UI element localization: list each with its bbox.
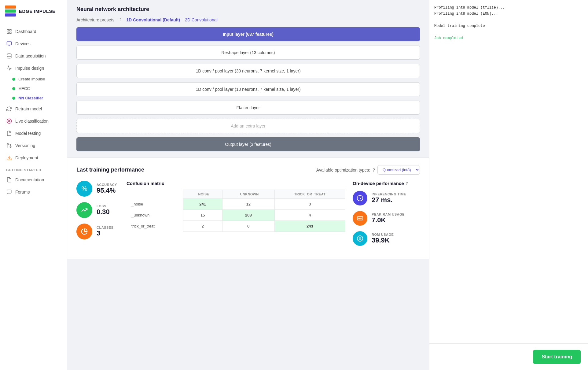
rom-usage-label: ROM USAGE <box>372 233 394 236</box>
sidebar-item-devices[interactable]: Devices <box>0 38 67 50</box>
preset-2d-link[interactable]: 2D Convolutional <box>185 17 218 22</box>
optimization-help-icon[interactable]: ? <box>373 168 375 172</box>
peak-ram-value: 7.0K <box>372 216 405 224</box>
sidebar-item-dashboard[interactable]: Dashboard <box>0 25 67 38</box>
architecture-title: Neural network architecture <box>76 6 420 13</box>
rom-usage-value: 39.9K <box>372 236 394 244</box>
sidebar-item-retrain-model[interactable]: Retrain model <box>0 103 67 115</box>
performance-grid: % ACCURACY 95.4% LOSS <box>76 181 420 251</box>
metric-classes: CLASSES 3 <box>76 224 119 239</box>
confusion-trick-unknown: 0 <box>222 221 274 232</box>
metric-loss: LOSS 0.30 <box>76 202 119 218</box>
training-action-area: Start training <box>429 344 588 370</box>
confusion-col-trick: TRICK_OR_TREAT <box>274 190 345 199</box>
sidebar-sub-item-create-impulse[interactable]: Create impulse <box>0 74 67 84</box>
mfcc-dot <box>12 87 15 90</box>
retrain-model-icon <box>6 106 12 112</box>
confusion-noise-trick: 0 <box>274 199 345 210</box>
metric-accuracy: % ACCURACY 95.4% <box>76 181 119 197</box>
confusion-trick-trick: 243 <box>274 221 345 232</box>
accuracy-label: ACCURACY <box>97 183 117 187</box>
svg-rect-5 <box>7 32 9 34</box>
confusion-noise-noise: 241 <box>183 199 222 210</box>
sidebar-item-live-classification[interactable]: Live classification <box>0 115 67 127</box>
optimization-select[interactable]: Quantized (int8) <box>377 165 420 175</box>
sidebar-item-data-acquisition[interactable]: Data acquisition <box>0 50 67 62</box>
classes-label: CLASSES <box>97 226 113 229</box>
architecture-presets: Architecture presets ? 1D Convolutional … <box>76 17 420 22</box>
confusion-row-noise: _noise 241 12 0 <box>127 199 345 210</box>
extra-layer-button[interactable]: Add an extra layer <box>76 119 420 133</box>
forums-icon <box>6 189 12 195</box>
inferencing-time-value: 27 ms. <box>372 196 406 204</box>
on-device-title-text: On-device performance <box>353 181 404 186</box>
classes-value: 3 <box>97 229 113 237</box>
sidebar-label-live-classification: Live classification <box>15 119 49 124</box>
confusion-matrix-table: _NOISE _UNKNOWN TRICK_OR_TREAT _noise 24… <box>127 190 345 232</box>
log-line-5 <box>434 29 583 35</box>
confusion-row-trick: trick_or_treat 2 0 243 <box>127 221 345 232</box>
confusion-row-unknown-label: _unknown <box>127 210 183 221</box>
conv1d-layer-2[interactable]: 1D conv / pool layer (10 neurons, 7 kern… <box>76 82 420 96</box>
reshape-layer[interactable]: Reshape layer (13 columns) <box>76 46 420 60</box>
inferencing-time-icon <box>353 191 367 205</box>
classes-info: CLASSES 3 <box>97 226 113 237</box>
create-impulse-dot <box>12 78 15 81</box>
sidebar-item-documentation[interactable]: Documentation <box>0 174 67 186</box>
classes-icon <box>76 224 92 239</box>
deployment-icon <box>6 155 12 161</box>
confusion-unknown-trick: 4 <box>274 210 345 221</box>
start-training-button[interactable]: Start training <box>533 350 581 364</box>
performance-header: Last training performance Available opti… <box>76 165 420 175</box>
sidebar-label-dashboard: Dashboard <box>15 29 36 34</box>
log-line-2: Profiling int8 model (EON)... <box>434 11 583 17</box>
accuracy-info: ACCURACY 95.4% <box>97 183 117 194</box>
rom-usage-icon <box>353 231 367 246</box>
sidebar-sub-item-nn-classifier[interactable]: NN Classifier <box>0 93 67 103</box>
svg-point-14 <box>7 143 9 145</box>
peak-ram-info: PEAK RAM USAGE 7.0K <box>372 213 405 224</box>
architecture-section: Neural network architecture Architecture… <box>76 6 420 151</box>
svg-point-13 <box>10 146 11 148</box>
sidebar-label-model-testing: Model testing <box>15 131 41 136</box>
svg-rect-3 <box>7 29 9 31</box>
sidebar-label-devices: Devices <box>15 41 31 46</box>
versioning-icon <box>6 142 12 149</box>
confusion-noise-unknown: 12 <box>222 199 274 210</box>
svg-rect-1 <box>5 9 16 13</box>
edge-impulse-logo-icon <box>5 6 16 17</box>
svg-rect-0 <box>5 6 16 9</box>
sidebar-nav: Dashboard Devices Data acquisition Impul… <box>0 22 67 370</box>
sidebar-item-model-testing[interactable]: Model testing <box>0 127 67 139</box>
sidebar-label-versioning: Versioning <box>15 143 35 148</box>
flatten-layer[interactable]: Flatten layer <box>76 101 420 115</box>
rom-usage-info: ROM USAGE 39.9K <box>372 233 394 244</box>
svg-rect-6 <box>10 32 11 34</box>
svg-point-10 <box>7 54 11 55</box>
presets-help-icon[interactable]: ? <box>119 18 122 22</box>
inferencing-time-label: INFERENCING TIME <box>372 192 406 196</box>
on-device-help-icon[interactable]: ? <box>406 181 408 186</box>
log-line-4: Model training complete <box>434 23 583 29</box>
sidebar-item-versioning[interactable]: Versioning <box>0 139 67 152</box>
optimization-area: Available optimization types: ? Quantize… <box>316 165 420 175</box>
sidebar-label-data-acquisition: Data acquisition <box>15 54 46 58</box>
dashboard-icon <box>6 28 12 35</box>
optimization-label: Available optimization types: <box>316 168 370 172</box>
sidebar-sub-item-mfcc[interactable]: MFCC <box>0 84 67 93</box>
confusion-matrix-section: Confusion matrix _NOISE _UNKNOWN TRICK_O… <box>127 181 345 251</box>
sidebar-item-impulse-design[interactable]: Impulse design <box>0 62 67 74</box>
input-layer: Input layer (637 features) <box>76 27 420 41</box>
metrics-column: % ACCURACY 95.4% LOSS <box>76 181 119 251</box>
live-classification-icon <box>6 118 12 124</box>
peak-ram-icon <box>353 211 367 226</box>
on-device-inferencing: INFERENCING TIME 27 ms. <box>353 191 420 205</box>
preset-1d-link[interactable]: 1D Convolutional (Default) <box>126 17 180 22</box>
sidebar-item-forums[interactable]: Forums <box>0 186 67 198</box>
loss-info: LOSS 0.30 <box>97 204 110 216</box>
conv1d-layer-1[interactable]: 1D conv / pool layer (30 neurons, 7 kern… <box>76 64 420 78</box>
sidebar-item-deployment[interactable]: Deployment <box>0 152 67 164</box>
sidebar: EDGE IMPULSE Dashboard Devices Data acqu… <box>0 0 67 370</box>
on-device-rom: ROM USAGE 39.9K <box>353 231 420 246</box>
confusion-col-noise: _NOISE <box>183 190 222 199</box>
